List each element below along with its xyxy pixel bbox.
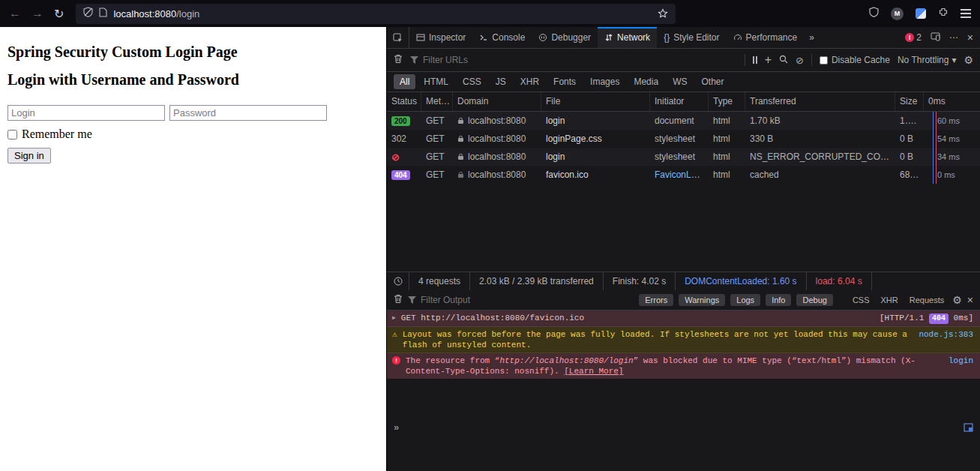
profile-avatar[interactable]: M [891, 8, 904, 20]
css-filter-button[interactable]: CSS [850, 294, 873, 306]
menu-icon[interactable] [961, 9, 971, 18]
url-path: /login [176, 8, 199, 20]
more-tabs-icon[interactable]: » [804, 27, 820, 48]
timings-clock-icon[interactable] [387, 272, 409, 290]
network-table-header: Status Met… Domain File Initiator Type T… [387, 92, 980, 112]
extensions-puzzle-icon[interactable] [938, 7, 949, 20]
network-request-list: 200 GET localhost:8080 login document ht… [387, 112, 980, 184]
console-warning-message[interactable]: ⚠ Layout was forced before the page was … [387, 327, 980, 353]
xhr-filter-button[interactable]: XHR [878, 294, 901, 306]
reload-icon[interactable]: ↻ [54, 7, 64, 21]
console-input-row[interactable]: » [387, 383, 980, 471]
username-field[interactable] [7, 105, 165, 121]
network-settings-gear-icon[interactable]: ⚙ [964, 54, 973, 66]
console-network-message[interactable]: ▶ GET http://localhost:8080/favicon.ico … [387, 310, 980, 327]
filter-js[interactable]: JS [490, 74, 512, 89]
table-row[interactable]: 302 GET localhost:8080 loginPage.css sty… [387, 130, 980, 148]
col-method[interactable]: Met… [421, 92, 453, 111]
remember-me-checkbox[interactable] [7, 130, 17, 140]
devtools-toolbar-right: ! 2 ⋯ × [905, 27, 980, 48]
shield-extension-icon[interactable] [869, 7, 879, 20]
filter-media[interactable]: Media [628, 74, 664, 89]
warnings-filter-button[interactable]: Warnings [679, 294, 725, 306]
tab-style-editor[interactable]: {} Style Editor [657, 27, 726, 48]
error-source-link[interactable]: login [949, 356, 973, 366]
tab-console[interactable]: Console [472, 27, 532, 48]
learn-more-link[interactable]: [Learn More] [564, 367, 623, 376]
col-transferred[interactable]: Transferred [745, 92, 895, 111]
col-type[interactable]: Type [709, 92, 745, 111]
filter-ws[interactable]: WS [667, 74, 693, 89]
new-request-icon[interactable]: + [765, 54, 772, 66]
col-initiator[interactable]: Initiator [650, 92, 709, 111]
clear-requests-icon[interactable] [394, 54, 403, 66]
tab-inspector[interactable]: Inspector [409, 27, 472, 48]
console-icon [479, 33, 488, 42]
table-row[interactable]: 200 GET localhost:8080 login document ht… [387, 112, 980, 130]
filter-css[interactable]: CSS [457, 74, 487, 89]
info-filter-button[interactable]: Info [766, 294, 791, 306]
col-waterfall[interactable]: 0ms [924, 92, 980, 111]
close-console-icon[interactable]: × [967, 294, 973, 306]
page-info-icon[interactable] [99, 7, 107, 20]
extension-icon[interactable] [916, 8, 926, 19]
filter-output-box[interactable] [408, 295, 634, 305]
disable-cache-checkbox[interactable] [820, 56, 828, 64]
requests-filter-button[interactable]: Requests [907, 294, 947, 306]
debug-filter-button[interactable]: Debug [796, 294, 832, 306]
meatball-menu-icon[interactable]: ⋯ [949, 32, 958, 43]
bookmark-star-icon[interactable] [658, 8, 668, 19]
col-domain[interactable]: Domain [453, 92, 541, 111]
filter-images[interactable]: Images [584, 74, 625, 89]
error-count-badge[interactable]: ! 2 [905, 32, 922, 43]
filter-output-input[interactable] [421, 295, 634, 305]
url-text[interactable]: localhost:8080/login [113, 8, 199, 20]
url-bar[interactable]: localhost:8080/login [76, 4, 676, 24]
close-devtools-icon[interactable]: × [967, 32, 973, 44]
domcontentloaded-marker [933, 112, 934, 184]
console-toolbar: Errors Warnings Logs Info Debug CSS XHR … [387, 290, 980, 310]
table-row[interactable]: ⊘ GET localhost:8080 login stylesheet ht… [387, 148, 980, 166]
warning-source-link[interactable]: node.js:383 [919, 329, 973, 340]
split-console-icon[interactable] [964, 423, 973, 432]
inspector-icon [416, 33, 425, 42]
console-settings-gear-icon[interactable]: ⚙ [952, 294, 962, 306]
filter-xhr[interactable]: XHR [514, 74, 545, 89]
password-field[interactable] [169, 105, 327, 121]
clear-console-icon[interactable] [394, 294, 403, 306]
network-empty-area [387, 184, 980, 272]
disclosure-triangle-icon[interactable]: ▶ [392, 313, 396, 323]
domcontentloaded-time: DOMContentLoaded: 1.60 s [676, 272, 806, 290]
filter-other[interactable]: Other [695, 74, 730, 89]
responsive-design-icon[interactable] [931, 32, 940, 44]
table-row[interactable]: 404 GET localhost:8080 favicon.ico Favic… [387, 166, 980, 184]
error-icon: ! [905, 33, 914, 42]
console-error-message[interactable]: ! The resource from “http://localhost:80… [387, 353, 980, 379]
col-status[interactable]: Status [387, 92, 421, 111]
filter-urls-box[interactable] [410, 55, 737, 65]
col-file[interactable]: File [541, 92, 650, 111]
pick-element-icon[interactable] [387, 27, 409, 48]
filter-all[interactable]: All [394, 74, 415, 89]
network-icon [604, 33, 613, 42]
tab-debugger[interactable]: Debugger [532, 27, 598, 48]
filter-urls-input[interactable] [423, 55, 737, 65]
errors-filter-button[interactable]: Errors [639, 294, 673, 306]
throttling-dropdown[interactable]: No Throttling ▾ [898, 55, 957, 65]
back-icon[interactable]: ← [9, 7, 21, 20]
filter-html[interactable]: HTML [418, 74, 454, 89]
logs-filter-button[interactable]: Logs [730, 294, 760, 306]
debugger-icon [538, 33, 547, 42]
search-icon[interactable] [779, 55, 788, 66]
tracking-shield-icon[interactable] [83, 7, 93, 20]
filter-fonts[interactable]: Fonts [547, 74, 582, 89]
col-size[interactable]: Size [895, 92, 924, 111]
status-badge: 200 [391, 116, 410, 126]
console-prompt: » [394, 422, 399, 433]
tab-performance[interactable]: Performance [727, 27, 805, 48]
request-blocking-icon[interactable]: ⊘ [796, 55, 804, 66]
sign-in-button[interactable]: Sign in [7, 148, 51, 164]
tab-network[interactable]: Network [598, 27, 657, 48]
pause-recording-icon[interactable] [753, 56, 757, 64]
forward-icon[interactable]: → [31, 7, 43, 20]
